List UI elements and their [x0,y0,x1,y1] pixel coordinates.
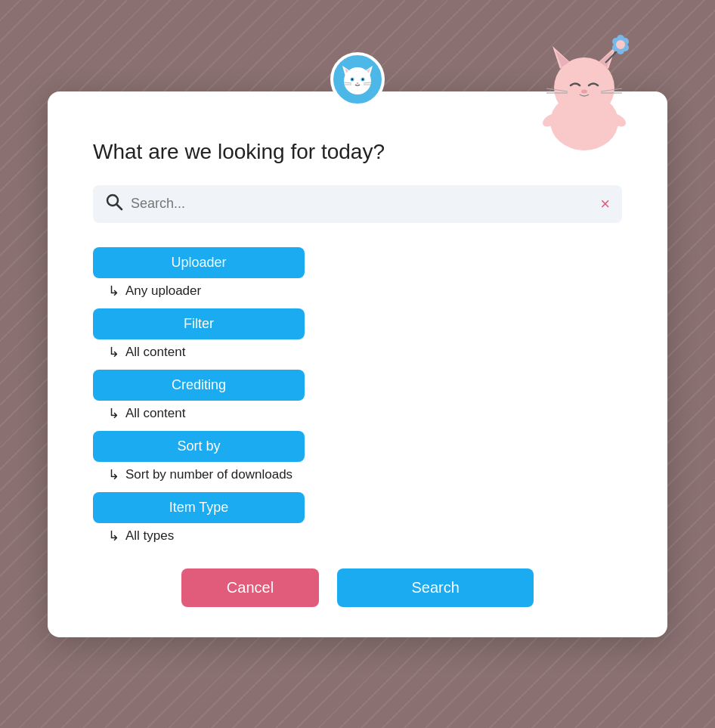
svg-marker-16 [552,46,571,69]
arrow-icon-filter: ↳ [108,344,119,361]
svg-line-21 [546,88,568,91]
filter-group-uploader: Uploader↳Any uploader [93,247,622,299]
search-bar: × [93,185,622,223]
cancel-button[interactable]: Cancel [181,568,319,607]
svg-line-23 [601,88,622,91]
svg-point-33 [616,40,625,49]
filter-value-item_type[interactable]: ↳All types [108,528,622,544]
filter-group-filter: Filter↳All content [93,308,622,361]
svg-point-30 [621,44,629,51]
svg-point-8 [362,78,364,79]
filter-value-uploader[interactable]: ↳Any uploader [108,283,622,299]
avatar-circle [330,52,385,107]
svg-point-9 [357,82,359,84]
filter-value-sort_by[interactable]: ↳Sort by number of downloads [108,466,622,483]
clear-icon[interactable]: × [600,194,610,214]
filter-btn-uploader[interactable]: Uploader [93,247,305,278]
modal-title: What are we looking for today? [93,140,622,164]
svg-point-27 [612,38,620,45]
filter-btn-sort_by[interactable]: Sort by [93,431,305,462]
search-input[interactable] [131,196,600,212]
svg-line-37 [117,204,122,209]
svg-point-29 [621,38,629,45]
filter-value-label-uploader: Any uploader [125,283,201,299]
filter-value-label-sort_by: Sort by number of downloads [125,467,292,482]
svg-marker-18 [556,51,569,67]
svg-point-7 [351,78,353,79]
filter-value-label-filter: All content [125,345,185,360]
filter-value-label-crediting: All content [125,406,185,421]
svg-point-32 [612,44,620,51]
filter-btn-crediting[interactable]: Crediting [93,370,305,401]
filter-group-sort_by: Sort by↳Sort by number of downloads [93,431,622,483]
search-modal: What are we looking for today? × Uploade… [48,91,667,637]
bottom-buttons: Cancel Search [93,568,622,607]
svg-point-31 [617,47,624,54]
filter-group-crediting: Crediting↳All content [93,370,622,422]
filter-value-filter[interactable]: ↳All content [108,344,622,361]
svg-marker-19 [599,51,613,67]
arrow-icon-item_type: ↳ [108,528,119,544]
modal-wrapper: What are we looking for today? × Uploade… [48,91,667,637]
filter-group-item_type: Item Type↳All types [93,492,622,544]
svg-point-4 [344,67,371,94]
filter-btn-filter[interactable]: Filter [93,308,305,339]
filter-value-crediting[interactable]: ↳All content [108,405,622,422]
arrow-icon-uploader: ↳ [108,283,119,299]
search-button[interactable]: Search [337,568,534,607]
svg-point-28 [617,35,624,42]
filter-groups: Uploader↳Any uploaderFilter↳All contentC… [93,247,622,544]
arrow-icon-sort_by: ↳ [108,466,119,483]
svg-point-26 [618,44,623,48]
search-icon [105,193,123,215]
filter-btn-item_type[interactable]: Item Type [93,492,305,523]
arrow-icon-crediting: ↳ [108,405,119,422]
svg-line-25 [605,48,621,63]
filter-value-label-item_type: All types [125,528,174,544]
svg-marker-17 [598,46,616,69]
